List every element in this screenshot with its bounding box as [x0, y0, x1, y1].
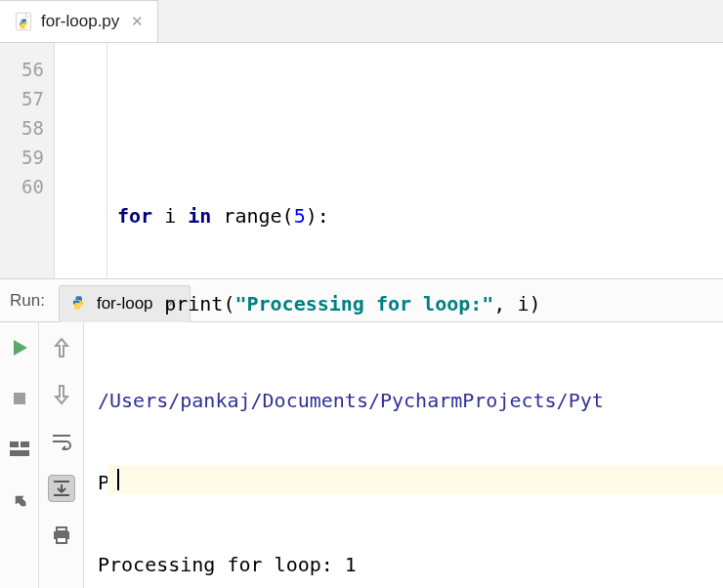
code-editor[interactable]: for i in range(5): print("Processing for…: [107, 43, 723, 278]
svg-rect-10: [57, 527, 66, 531]
code-line[interactable]: [117, 377, 723, 406]
editor-tab-label: for-loop.py: [41, 12, 119, 31]
stop-button[interactable]: [6, 385, 33, 412]
svg-marker-5: [14, 340, 27, 356]
line-number: 56: [0, 55, 54, 84]
svg-rect-6: [14, 393, 25, 404]
line-number-gutter: 56 57 58 59 60: [0, 43, 55, 278]
svg-point-2: [24, 27, 25, 28]
run-toolbar-primary: [0, 322, 39, 588]
run-toolbar-secondary: [39, 322, 84, 588]
text-caret: [117, 469, 119, 490]
rerun-button[interactable]: [6, 334, 33, 361]
down-arrow-icon[interactable]: [48, 381, 75, 408]
line-number: 60: [0, 172, 54, 201]
print-icon[interactable]: [48, 522, 75, 549]
svg-point-3: [75, 297, 76, 298]
svg-rect-12: [57, 537, 66, 543]
up-arrow-icon[interactable]: [48, 334, 75, 361]
svg-rect-9: [10, 450, 29, 456]
soft-wrap-icon[interactable]: [48, 428, 75, 455]
line-number: 57: [0, 84, 54, 113]
editor-tab-for-loop[interactable]: for-loop.py ✕: [0, 0, 158, 42]
run-label: Run:: [10, 291, 45, 311]
svg-point-4: [80, 308, 81, 309]
close-icon[interactable]: ✕: [131, 13, 144, 30]
gutter-margin: [55, 43, 107, 278]
svg-point-1: [21, 20, 22, 21]
line-number: 59: [0, 143, 54, 172]
pin-button[interactable]: [6, 486, 33, 514]
code-line[interactable]: [117, 113, 723, 143]
layout-button[interactable]: [6, 436, 33, 463]
scroll-to-end-icon[interactable]: [48, 475, 75, 502]
editor-area: 56 57 58 59 60 for i in range(5): print(…: [0, 43, 723, 279]
svg-rect-7: [10, 441, 19, 447]
code-line[interactable]: print("Processing for loop:", i): [117, 289, 723, 318]
console-output-line: Processing for loop: 1: [98, 551, 723, 578]
svg-rect-8: [21, 441, 29, 447]
line-number: 58: [0, 113, 54, 143]
code-line[interactable]: for i in range(5):: [117, 201, 723, 231]
code-line-current[interactable]: [107, 465, 723, 494]
python-file-icon: [69, 294, 89, 314]
python-file-icon: [14, 12, 33, 31]
editor-tab-bar: for-loop.py ✕: [0, 0, 723, 43]
